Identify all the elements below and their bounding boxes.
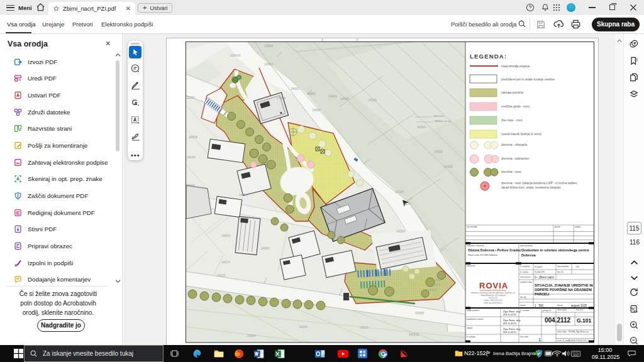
svg-text:vodja projekta: vodja projekta: [467, 309, 479, 312]
svg-text:št. izvodov: št. izvodov: [520, 309, 530, 312]
svg-text:R-00425: R-00425: [535, 266, 542, 268]
svg-text:priloga št.: priloga št.: [543, 309, 552, 312]
svg-text:izdelal: izdelal: [467, 327, 472, 329]
svg-text:1399/8: 1399/8: [264, 45, 273, 48]
svg-text:1490/8: 1490/8: [189, 136, 197, 139]
svg-text:LEGENDA:: LEGENDA:: [470, 53, 507, 60]
svg-text:R-004-1/25: R-004-1/25: [535, 271, 545, 273]
svg-text:pooblaščen inženir: pooblaščen inženir: [467, 318, 484, 321]
svg-text:merilo: merilo: [520, 304, 526, 307]
svg-text:izvor_št_načrt: izvor_št_načrt: [557, 339, 570, 342]
svg-text:1440/4: 1440/4: [328, 95, 337, 98]
svg-text:1013/4: 1013/4: [187, 156, 196, 159]
svg-text:1469/3: 1469/3: [291, 87, 299, 90]
svg-text:1436/5: 1436/5: [434, 150, 443, 153]
svg-text:telefon: +386 41 414 141: telefon: +386 41 414 141: [484, 299, 502, 302]
svg-text:1405/5: 1405/5: [239, 194, 248, 197]
svg-text:širo leto: širo leto: [576, 309, 583, 311]
svg-text:predvidene poti in ostale zun: predvidene poti in ostale zunanje uredit…: [501, 78, 555, 81]
svg-text:ROVIA: ROVIA: [479, 281, 508, 290]
svg-text:avgust 2025: avgust 2025: [571, 304, 587, 307]
svg-text:1443/8: 1443/8: [340, 97, 349, 101]
svg-text:1412/1: 1412/1: [217, 274, 226, 277]
svg-text:lokacija(m): lokacija(m): [557, 309, 567, 311]
svg-text:Gabrje (Rožnik 4a, 1570 Ljublj: Gabrje (Rožnik 4a, 1570 Ljubljana): [480, 294, 506, 297]
svg-text:1785/8: 1785/8: [277, 97, 286, 100]
svg-text:travnate površine: travnate površine: [501, 91, 524, 94]
svg-text:041 414 141: 041 414 141: [489, 297, 498, 299]
svg-text:arhitektura, inženiring in kra: arhitektura, inženiring in krajinsko obl…: [471, 291, 516, 294]
svg-text:Dobrova: Dobrova: [521, 253, 536, 257]
svg-text:podpis: podpis: [575, 226, 581, 228]
svg-text:1443/1: 1443/1: [368, 99, 377, 102]
svg-text:G.101: G.101: [577, 317, 591, 324]
svg-text:1405/9: 1405/9: [428, 288, 436, 292]
svg-text:datum: datum: [555, 226, 560, 228]
svg-text:projektant: projektant: [467, 265, 475, 267]
svg-text:cvetlične grede - novo: cvetlične grede - novo: [501, 105, 530, 108]
svg-text:-: -: [535, 296, 535, 299]
svg-text:avtor risbe: avtor risbe: [557, 331, 567, 333]
svg-text:naziv projekta: naziv projekta: [520, 244, 533, 247]
svg-text:R-0004-1/25xG-101_2: R-0004-1/25xG-101_2: [569, 339, 589, 342]
svg-text:email: ziga.rotar@rovia.si: email: ziga.rotar@rovia.si: [484, 302, 502, 304]
svg-text:1425/12: 1425/12: [409, 333, 419, 336]
svg-text:meja obmolja urejanja: meja obmolja urejanja: [501, 65, 530, 68]
svg-text:spremembe: spremembe: [467, 226, 477, 228]
svg-text:št. načrta: št. načrta: [520, 271, 528, 273]
svg-text:cvetoči travnik (košnja 1x let: cvetoči travnik (košnja 1x letno): [501, 133, 542, 136]
svg-text:IZS G-4170: IZS G-4170: [503, 322, 516, 325]
svg-text:drevnina - novo: drevnina - novo: [501, 170, 521, 173]
svg-text:širo risbe: širo risbe: [520, 336, 528, 338]
svg-text:drevnina - novo (lokacija dolo: drevnina - novo (lokacija določena z IZP…: [501, 182, 577, 185]
svg-text:Ozelenitev in oživitev občinsk: Ozelenitev in oživitev občinskega centra: [521, 248, 589, 252]
svg-text:ODPRTE POVRŠINE NA GRADBENI: ODPRTE POVRŠINE NA GRADBENI: [535, 287, 592, 292]
svg-text:drevnina - obstoječe: drevnina - obstoječe: [501, 143, 528, 146]
svg-text:datum: datum: [557, 304, 563, 307]
svg-text:1407/4: 1407/4: [221, 261, 230, 264]
svg-text:1403/5: 1403/5: [431, 283, 440, 287]
svg-text:žive meje - novo: žive meje - novo: [501, 119, 523, 122]
svg-text:1: 1: [538, 337, 541, 342]
svg-text:št. projekta: št. projekta: [520, 265, 530, 268]
svg-text:1413/4: 1413/4: [395, 190, 404, 194]
svg-text:IZS G-4170: IZS G-4170: [503, 313, 516, 316]
svg-text:302/4: 302/4: [435, 278, 443, 282]
svg-text:1440/5: 1440/5: [312, 109, 321, 112]
svg-text:vsebina risbe: vsebina risbe: [520, 281, 532, 283]
svg-text:1009/4: 1009/4: [264, 63, 273, 66]
svg-text:vrsta načrta: vrsta načrta: [520, 276, 531, 278]
svg-text:14A Meje ure jne: 14A Meje ure jne: [434, 120, 451, 123]
svg-text:0 - Zbirni načrt: 0 - Zbirni načrt: [535, 276, 555, 279]
svg-text:št. priloge: št. priloge: [467, 336, 475, 338]
svg-text:Občina Dobrova • Polhov Gradec: Občina Dobrova • Polhov Gradec: [468, 248, 521, 252]
svg-text:1433/4: 1433/4: [396, 230, 405, 233]
svg-text:1421/1: 1421/1: [360, 326, 369, 329]
svg-text:PZI: PZI: [576, 266, 579, 268]
svg-text:1422/4: 1422/4: [299, 326, 308, 329]
svg-text:zaradi bližine kom. vodov, neu: zaradi bližine kom. vodov, neustrezne lo…: [501, 186, 561, 189]
svg-text:3480/5: 3480/5: [307, 92, 316, 96]
svg-text:1014/10: 1014/10: [230, 54, 241, 57]
svg-text:ROVIA, Žiga Rotar s.p.: ROVIA, Žiga Rotar s.p.: [569, 330, 589, 333]
svg-text:faza projekta: faza projekta: [557, 265, 569, 268]
svg-text:širo (1): širo (1): [557, 271, 564, 273]
svg-text:1406/3: 1406/3: [221, 234, 230, 238]
svg-text:1408/1: 1408/1: [261, 247, 270, 250]
svg-text:9674/6: 9674/6: [186, 184, 195, 187]
svg-text:3026/8: 3026/8: [415, 312, 424, 315]
svg-text:3113/1: 3113/1: [187, 96, 196, 99]
svg-text:SITUACIJA, ZUNANJE UREDITVE IN: SITUACIJA, ZUNANJE UREDITVE IN: [535, 283, 593, 287]
svg-text:1 : 500: 1 : 500: [535, 304, 543, 307]
svg-text:del obj.: del obj.: [520, 296, 526, 299]
svg-text:1439/4: 1439/4: [417, 126, 426, 129]
svg-text:004.2112: 004.2112: [545, 317, 571, 324]
svg-text:IZS G-4170: IZS G-4170: [503, 331, 516, 334]
svg-text:6159/5: 6159/5: [444, 165, 453, 168]
svg-text:1423/7: 1423/7: [402, 202, 411, 206]
svg-text:14A 2x/2ux: 14A 2x/2ux: [433, 115, 444, 118]
svg-text:Stara cesta 13 1356 Dobrova: Stara cesta 13 1356 Dobrova: [468, 254, 497, 256]
svg-text:investitor / naročnik: investitor / naročnik: [467, 244, 484, 247]
svg-text:1405/4: 1405/4: [247, 334, 256, 337]
svg-text:PARCELI: PARCELI: [535, 292, 550, 296]
